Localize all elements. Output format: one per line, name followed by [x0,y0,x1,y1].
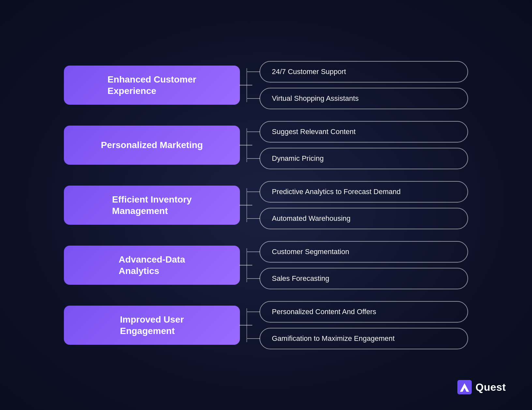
left-card-title-efficient-inventory-management: Efficient Inventory Management [112,194,192,217]
logo-text: Quest [476,381,506,393]
pill-item-enhanced-customer-experience-0: 24/7 Customer Support [259,61,468,83]
pill-item-efficient-inventory-management-1: Automated Warehousing [259,208,468,229]
pill-item-improved-user-engagement-0: Personalized Content And Offers [259,301,468,323]
pill-item-personalized-marketing-1: Dynamic Pricing [259,148,468,169]
left-card-improved-user-engagement: Improved User Engagement [64,306,240,345]
right-wrapper-improved-user-engagement: Personalized Content And OffersGamificat… [240,301,468,349]
quest-logo-icon [457,380,472,394]
pill-item-personalized-marketing-0: Suggest Relevant Content [259,121,468,143]
logo-area: Quest [457,380,506,394]
row-advanced-data-analytics: Advanced-Data AnalyticsCustomer Segmenta… [64,241,468,289]
left-card-title-personalized-marketing: Personalized Marketing [101,139,203,151]
pill-item-efficient-inventory-management-0: Predictive Analytics to Forecast Demand [259,181,468,203]
pill-item-advanced-data-analytics-0: Customer Segmentation [259,241,468,263]
right-wrapper-personalized-marketing: Suggest Relevant ContentDynamic Pricing [240,121,468,169]
row-improved-user-engagement: Improved User EngagementPersonalized Con… [64,301,468,349]
right-wrapper-efficient-inventory-management: Predictive Analytics to Forecast DemandA… [240,181,468,229]
pill-item-enhanced-customer-experience-1: Virtual Shopping Assistants [259,88,468,109]
left-card-personalized-marketing: Personalized Marketing [64,126,240,165]
pill-item-advanced-data-analytics-1: Sales Forecasting [259,268,468,289]
row-enhanced-customer-experience: Enhanced Customer Experience24/7 Custome… [64,61,468,109]
left-card-title-advanced-data-analytics: Advanced-Data Analytics [119,254,185,277]
left-card-enhanced-customer-experience: Enhanced Customer Experience [64,66,240,105]
left-card-advanced-data-analytics: Advanced-Data Analytics [64,246,240,285]
row-personalized-marketing: Personalized MarketingSuggest Relevant C… [64,121,468,169]
pill-item-improved-user-engagement-1: Gamification to Maximize Engagement [259,328,468,349]
right-wrapper-advanced-data-analytics: Customer SegmentationSales Forecasting [240,241,468,289]
left-card-efficient-inventory-management: Efficient Inventory Management [64,186,240,225]
main-container: Enhanced Customer Experience24/7 Custome… [38,41,494,369]
row-efficient-inventory-management: Efficient Inventory ManagementPredictive… [64,181,468,229]
left-card-title-improved-user-engagement: Improved User Engagement [120,314,184,337]
right-wrapper-enhanced-customer-experience: 24/7 Customer SupportVirtual Shopping As… [240,61,468,109]
left-card-title-enhanced-customer-experience: Enhanced Customer Experience [108,74,196,97]
